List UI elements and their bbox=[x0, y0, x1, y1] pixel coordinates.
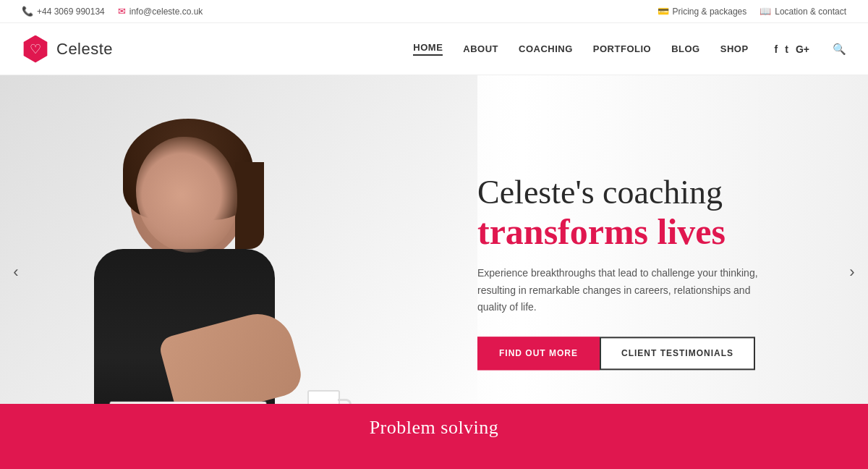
top-bar-right: 💳 Pricing & packages 📖 Location & contac… bbox=[658, 6, 846, 17]
location-item[interactable]: 📖 Location & contact bbox=[760, 6, 846, 17]
nav-coaching[interactable]: COACHING bbox=[519, 43, 573, 54]
social-links: f t G+ bbox=[775, 43, 809, 55]
pricing-label: Pricing & packages bbox=[673, 7, 747, 17]
main-nav: HOME ABOUT COACHING PORTFOLIO BLOG SHOP … bbox=[413, 42, 846, 56]
nav-shop[interactable]: SHOP bbox=[720, 43, 749, 54]
client-testimonials-button[interactable]: CLIENT TESTIMONIALS bbox=[600, 337, 755, 371]
email-item[interactable]: ✉ info@celeste.co.uk bbox=[118, 6, 203, 17]
location-label: Location & contact bbox=[775, 7, 846, 17]
logo-icon: ♡ bbox=[22, 35, 49, 63]
nav-home[interactable]: HOME bbox=[413, 42, 443, 56]
search-button[interactable]: 🔍 bbox=[833, 43, 846, 56]
top-bar-left: 📞 +44 3069 990134 ✉ info@celeste.co.uk bbox=[22, 6, 203, 17]
top-bar: 📞 +44 3069 990134 ✉ info@celeste.co.uk 💳… bbox=[0, 0, 868, 23]
location-icon: 📖 bbox=[760, 6, 771, 17]
hero-content: Celeste's coaching transforms lives Expe… bbox=[477, 174, 825, 370]
header: ♡ Celeste HOME ABOUT COACHING PORTFOLIO … bbox=[0, 23, 868, 75]
chevron-left-icon: ‹ bbox=[13, 263, 18, 282]
pricing-icon: 💳 bbox=[658, 6, 669, 17]
nav-blog[interactable]: BLOG bbox=[671, 43, 700, 54]
hero-description: Experience breakthroughs that lead to ch… bbox=[477, 265, 781, 316]
googleplus-icon[interactable]: G+ bbox=[796, 43, 809, 55]
logo-text: Celeste bbox=[56, 40, 113, 59]
hero-title-line1: Celeste's coaching bbox=[477, 174, 825, 212]
email-address: info@celeste.co.uk bbox=[129, 7, 203, 17]
slider-prev-button[interactable]: ‹ bbox=[6, 262, 26, 282]
hero-title-line2: transforms lives bbox=[477, 212, 825, 252]
slider-next-button[interactable]: › bbox=[842, 262, 862, 282]
nav-about[interactable]: ABOUT bbox=[463, 43, 498, 54]
facebook-icon[interactable]: f bbox=[775, 43, 778, 55]
pricing-item[interactable]: 💳 Pricing & packages bbox=[658, 6, 747, 17]
phone-icon: 📞 bbox=[22, 6, 33, 17]
logo[interactable]: ♡ Celeste bbox=[22, 35, 113, 63]
chevron-right-icon: › bbox=[849, 263, 854, 282]
heart-icon: ♡ bbox=[30, 43, 42, 56]
bottom-teaser: Problem solving bbox=[0, 404, 868, 469]
nav-portfolio[interactable]: PORTFOLIO bbox=[593, 43, 651, 54]
email-icon: ✉ bbox=[118, 6, 126, 17]
phone-number: +44 3069 990134 bbox=[37, 7, 105, 17]
twitter-icon[interactable]: t bbox=[785, 43, 788, 55]
bottom-teaser-text: Problem solving bbox=[370, 417, 499, 439]
hero-section: ‹ Celeste's coaching transforms lives Ex… bbox=[0, 75, 868, 469]
find-out-more-button[interactable]: FIND OUT MORE bbox=[477, 337, 600, 371]
hero-buttons: FIND OUT MORE CLIENT TESTIMONIALS bbox=[477, 337, 825, 371]
phone-item[interactable]: 📞 +44 3069 990134 bbox=[22, 6, 105, 17]
